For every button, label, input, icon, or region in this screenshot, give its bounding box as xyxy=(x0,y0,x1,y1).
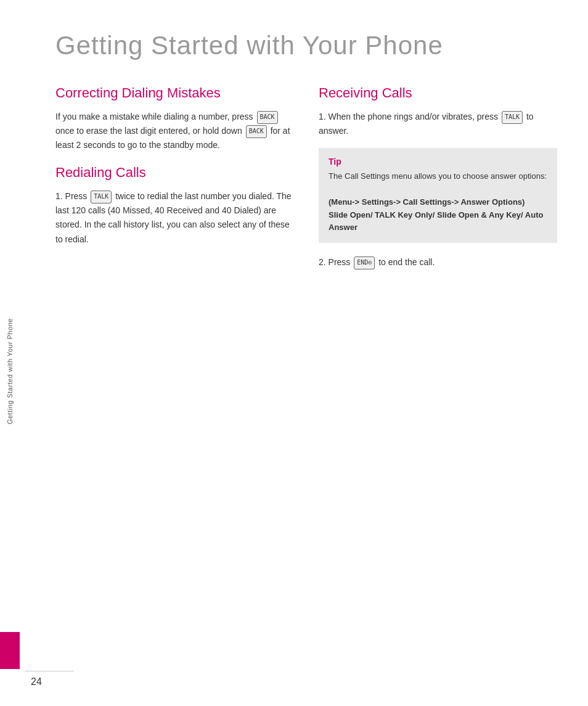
tip-label: Tip xyxy=(329,157,547,166)
redialing-item1: 1. Press TALK twice to redial the last n… xyxy=(55,189,294,246)
back-key-2: BACK xyxy=(246,125,267,138)
tip-line1: (Menu-> Settings-> Call Settings-> Answe… xyxy=(329,197,525,207)
tip-box: Tip The Call Settings menu allows you to… xyxy=(319,148,557,243)
main-content: Getting Started with Your Phone Correcti… xyxy=(25,0,588,304)
redialing-calls-heading: Redialing Calls xyxy=(55,165,294,181)
page-title: Getting Started with Your Phone xyxy=(55,31,557,60)
receiving-calls-heading: Receiving Calls xyxy=(319,85,557,101)
correcting-body-text1: If you make a mistake while dialing a nu… xyxy=(55,112,253,121)
footer-line xyxy=(25,671,74,671)
end-key: END⊙ xyxy=(354,257,375,269)
page-number: 24 xyxy=(25,676,42,687)
correcting-dialing-body: If you make a mistake while dialing a nu… xyxy=(55,110,294,152)
two-column-layout: Correcting Dialing Mistakes If you make … xyxy=(55,85,557,279)
redialing-prefix: 1. Press xyxy=(55,191,87,201)
receiving-item2-suffix: to end the call. xyxy=(378,257,435,267)
correcting-dialing-heading: Correcting Dialing Mistakes xyxy=(55,85,294,101)
talk-key-receive: TALK xyxy=(502,111,523,124)
sidebar-accent xyxy=(0,632,20,669)
page-container: Getting Started with Your Phone Getting … xyxy=(0,0,588,706)
talk-key-redial: TALK xyxy=(91,191,112,203)
receiving-item2: 2. Press END⊙ to end the call. xyxy=(319,255,557,269)
right-column: Receiving Calls 1. When the phone rings … xyxy=(319,85,557,279)
tip-line2: Slide Open/ TALK Key Only/ Slide Open & … xyxy=(329,210,543,232)
receiving-item2-prefix: 2. Press xyxy=(319,257,350,267)
tip-text: The Call Settings menu allows you to cho… xyxy=(329,171,547,181)
back-key-1: BACK xyxy=(257,111,278,124)
page-footer: 24 xyxy=(25,671,588,688)
receiving-item1: 1. When the phone rings and/or vibrates,… xyxy=(319,110,557,138)
receiving-prefix: 1. When the phone rings and/or vibrates,… xyxy=(319,112,498,121)
tip-body: The Call Settings menu allows you to cho… xyxy=(329,170,547,234)
correcting-body-text2: once to erase the last digit entered, or… xyxy=(55,126,242,136)
sidebar-label: Getting Started with Your Phone xyxy=(6,281,14,424)
sidebar-tab: Getting Started with Your Phone xyxy=(0,0,20,706)
left-column: Correcting Dialing Mistakes If you make … xyxy=(55,85,294,279)
